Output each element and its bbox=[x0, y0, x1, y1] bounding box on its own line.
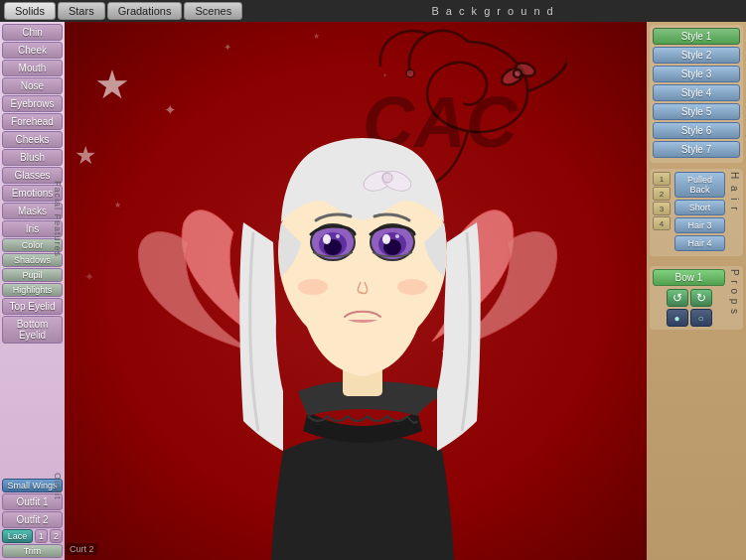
style6-button[interactable]: Style 6 bbox=[653, 122, 740, 139]
sidebar-item-chin[interactable]: Chin bbox=[2, 24, 63, 41]
sidebar-item-forehead[interactable]: Forehead bbox=[2, 113, 63, 130]
num1-button[interactable]: 1 bbox=[35, 529, 48, 543]
svg-point-14 bbox=[323, 234, 331, 244]
tab-gradations[interactable]: Gradations bbox=[107, 2, 183, 20]
main-area: Chin Cheek Mouth Nose Eyebrows Forehead … bbox=[0, 22, 746, 560]
style3-button[interactable]: Style 3 bbox=[653, 66, 740, 82]
pulled-back-button[interactable]: Pulled Back bbox=[674, 172, 725, 198]
sidebar-item-blush[interactable]: Blush bbox=[2, 149, 63, 166]
style4-button[interactable]: Style 4 bbox=[653, 84, 740, 101]
star-small-3: ★ bbox=[114, 201, 121, 210]
tab-scenes[interactable]: Scenes bbox=[184, 2, 242, 20]
curt2-label: Curt 2 bbox=[67, 543, 97, 555]
svg-point-20 bbox=[382, 234, 390, 244]
hair-inner: 1 2 3 4 Pulled Back Short Hair 3 Hair 4 … bbox=[653, 172, 740, 253]
top-bar: Solids Stars Gradations Scenes B a c k g… bbox=[0, 0, 746, 22]
props-section: Bow 1 ↺ ↻ ● ○ P r o p s bbox=[650, 266, 743, 330]
tab-solids[interactable]: Solids bbox=[4, 2, 56, 20]
hair-buttons-col: Pulled Back Short Hair 3 Hair 4 bbox=[674, 172, 725, 253]
rotate-row: ↺ ↻ bbox=[653, 289, 725, 307]
hair-num-col: 1 2 3 4 bbox=[653, 172, 671, 253]
center-canvas: ★ ★ ✦ ✦ ★ ✦ ★ ✦ CAC bbox=[65, 22, 647, 560]
rotate-left-button[interactable]: ↺ bbox=[667, 289, 688, 307]
short-button[interactable]: Short bbox=[674, 200, 725, 215]
sidebar-item-mouth[interactable]: Mouth bbox=[2, 60, 63, 76]
lace-button[interactable]: Lace bbox=[2, 529, 33, 543]
eye-row: ● ○ bbox=[653, 309, 725, 327]
style2-button[interactable]: Style 2 bbox=[653, 47, 740, 64]
left-sidebar: Chin Cheek Mouth Nose Eyebrows Forehead … bbox=[0, 22, 65, 560]
eye-toggle-2[interactable]: ○ bbox=[690, 309, 712, 327]
hair-num-3[interactable]: 3 bbox=[653, 202, 671, 215]
svg-point-9 bbox=[382, 173, 392, 183]
svg-point-15 bbox=[336, 234, 340, 238]
background-label: B a c k g r o u n d bbox=[244, 5, 742, 17]
props-inner: Bow 1 ↺ ↻ ● ○ P r o p s bbox=[653, 269, 740, 327]
outfit-label: Outfit bbox=[53, 473, 63, 500]
star-small-2: ✦ bbox=[224, 42, 231, 53]
hair-section: 1 2 3 4 Pulled Back Short Hair 3 Hair 4 … bbox=[650, 169, 743, 256]
hair3-button[interactable]: Hair 3 bbox=[674, 217, 725, 233]
sidebar-item-cheeks[interactable]: Cheeks bbox=[2, 131, 63, 148]
style5-button[interactable]: Style 5 bbox=[653, 103, 740, 120]
sidebar-item-nose[interactable]: Nose bbox=[2, 77, 63, 94]
svg-point-21 bbox=[395, 234, 399, 238]
bow1-button[interactable]: Bow 1 bbox=[653, 269, 725, 286]
star-small-4: ✦ bbox=[84, 270, 94, 284]
sidebar-item-highlights[interactable]: Highlights bbox=[2, 283, 63, 297]
star-small-5: ★ bbox=[313, 32, 320, 41]
props-buttons: Bow 1 ↺ ↻ ● ○ bbox=[653, 269, 725, 327]
props-label: P r o p s bbox=[727, 269, 740, 327]
hair-num-2[interactable]: 2 bbox=[653, 187, 671, 201]
right-sidebar: Style 1 Style 2 Style 3 Style 4 Style 5 … bbox=[647, 22, 746, 560]
style-section: Style 1 Style 2 Style 3 Style 4 Style 5 … bbox=[650, 25, 743, 163]
style1-button[interactable]: Style 1 bbox=[653, 28, 740, 45]
facial-features-label: Facial Features bbox=[53, 181, 63, 257]
svg-point-22 bbox=[298, 279, 328, 295]
rotate-right-button[interactable]: ↻ bbox=[690, 289, 712, 307]
anime-character bbox=[124, 64, 601, 560]
eye-toggle-1[interactable]: ● bbox=[667, 309, 688, 327]
svg-point-23 bbox=[397, 279, 427, 295]
sidebar-item-outfit2[interactable]: Outfit 2 bbox=[2, 511, 63, 528]
star-large-2: ★ bbox=[75, 141, 96, 170]
sidebar-item-top-eyelid[interactable]: Top Eyelid bbox=[2, 298, 63, 315]
sidebar-item-pupil[interactable]: Pupil bbox=[2, 268, 63, 282]
style7-button[interactable]: Style 7 bbox=[653, 141, 740, 158]
hair-num-4[interactable]: 4 bbox=[653, 216, 671, 230]
hair-num-1[interactable]: 1 bbox=[653, 172, 671, 186]
trim-button[interactable]: Trim bbox=[2, 544, 63, 558]
tab-stars[interactable]: Stars bbox=[58, 2, 105, 20]
sidebar-item-eyebrows[interactable]: Eyebrows bbox=[2, 95, 63, 112]
hair4-button[interactable]: Hair 4 bbox=[674, 235, 725, 251]
hair-label: H a i r bbox=[727, 172, 740, 253]
sidebar-item-bottom-eyelid[interactable]: Bottom Eyelid bbox=[2, 316, 63, 344]
sidebar-item-cheek[interactable]: Cheek bbox=[2, 42, 63, 59]
num2-button[interactable]: 2 bbox=[50, 529, 63, 543]
